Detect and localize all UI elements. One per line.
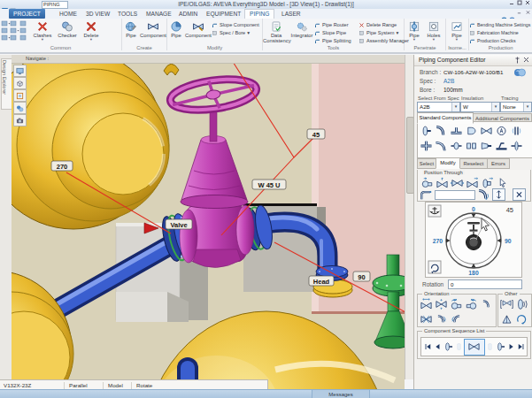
move-updown-icon[interactable] <box>492 188 505 201</box>
pump-rotate-back-icon[interactable] <box>464 296 479 311</box>
pin-icon[interactable] <box>514 57 520 65</box>
slope-pipe-button[interactable]: Slope Pipe <box>314 29 359 36</box>
tab-admin[interactable]: ADMIN <box>174 9 202 19</box>
elbow-rotate-back-icon[interactable] <box>449 311 464 326</box>
checker-button[interactable]: Checker <box>55 19 80 38</box>
production-checks-button[interactable]: Production Checks <box>469 37 531 44</box>
coupling-icon[interactable] <box>464 138 479 153</box>
compass-east[interactable]: 90 <box>505 238 512 244</box>
pipe-splitting-button[interactable]: Pipe Splitting <box>314 37 359 44</box>
slope-component-button[interactable]: Slope Component <box>212 21 261 28</box>
pipe-system-button[interactable]: Pipe System▾ <box>359 29 403 36</box>
tab-equipment[interactable]: EQUIPMENT <box>202 9 245 19</box>
close-button[interactable] <box>523 0 531 8</box>
sequence-valve-selected[interactable] <box>464 339 485 356</box>
tee-icon[interactable] <box>449 123 464 138</box>
inline-flange-icon[interactable] <box>509 138 524 153</box>
cross-icon[interactable] <box>419 138 434 153</box>
delete-range-button[interactable]: Delete Range <box>359 21 403 28</box>
data-consistency-button[interactable]: Data Consistency <box>263 19 289 43</box>
maximize-button[interactable] <box>515 0 523 8</box>
elbow-icon[interactable] <box>434 123 449 138</box>
distance-input[interactable] <box>435 190 475 200</box>
sequence-flange-icon[interactable] <box>495 340 506 354</box>
tab-standard-components[interactable]: Standard Components <box>417 112 474 124</box>
valve-flip-v-icon[interactable] <box>434 296 449 311</box>
ribbon-minimize-icon[interactable] <box>515 10 523 18</box>
holes-button[interactable]: Holes▾ <box>424 19 443 42</box>
bending-machine-settings-button[interactable]: Bending Machine Settings <box>469 21 531 28</box>
previous-component-icon[interactable] <box>433 340 443 354</box>
compass-north[interactable]: 0 <box>472 206 475 212</box>
delete-button[interactable]: Delete▾ <box>80 19 103 42</box>
valve-cross-icon[interactable] <box>419 311 434 326</box>
compass-west[interactable]: 270 <box>433 238 443 244</box>
axes-button[interactable] <box>428 205 441 217</box>
quick-tools-grid-icon[interactable] <box>0 19 30 42</box>
dropdown-arrow-icon[interactable]: ▾ <box>491 103 499 111</box>
spec-bore-button[interactable]: Spec / Bore▾ <box>212 29 261 36</box>
subtab-reselect[interactable]: Reselect <box>459 158 488 169</box>
sequence-pipe-icon[interactable] <box>485 340 495 354</box>
delete-x-icon[interactable] <box>513 188 526 201</box>
valve-icon[interactable] <box>479 123 494 138</box>
compass-widget[interactable]: 45 0 90 180 270 <box>425 202 522 278</box>
clip-box-button[interactable] <box>13 89 27 102</box>
rotate-arrow-icon[interactable] <box>514 311 529 326</box>
tab-laser[interactable]: LASER <box>277 9 305 19</box>
first-component-icon[interactable] <box>423 340 433 354</box>
pipe-corner-icon[interactable] <box>420 189 433 201</box>
valve-flip-h-icon[interactable] <box>419 296 434 311</box>
tab-manage[interactable]: MANAGE <box>142 9 176 19</box>
ribbon-close-icon[interactable] <box>524 10 532 18</box>
link-views-button[interactable] <box>13 102 27 114</box>
panel-header[interactable]: Piping Component Editor <box>414 55 532 66</box>
spec-search-icon[interactable] <box>513 67 526 79</box>
sequence-pipe-icon[interactable] <box>454 340 464 354</box>
flange-icon[interactable] <box>419 123 434 138</box>
sequence-flange-icon[interactable] <box>443 340 454 354</box>
3d-viewport[interactable]: 270 45 W 45 U Valve Head 90 Navigate : <box>12 55 405 392</box>
tab-tools[interactable]: TOOLS <box>113 9 142 19</box>
tracing-dropdown[interactable]: None▾ <box>500 102 532 112</box>
cap-icon[interactable] <box>464 123 479 138</box>
create-component-button[interactable]: Component <box>140 19 166 38</box>
select-from-spec-dropdown[interactable]: A2B▾ <box>417 102 460 112</box>
camera-button[interactable] <box>13 114 27 126</box>
rotate-view-button[interactable] <box>428 261 441 273</box>
subtab-errors[interactable]: Errors <box>487 158 510 169</box>
modify-component-button[interactable]: Component <box>185 19 212 38</box>
3d-scene[interactable]: 270 45 W 45 U Valve Head 90 <box>12 55 405 392</box>
subtab-modify[interactable]: Modify <box>436 157 460 169</box>
bend-icon[interactable] <box>434 138 449 153</box>
integrator-button[interactable]: Integrator <box>289 19 314 38</box>
modify-pipe-button[interactable]: Pipe <box>167 19 185 38</box>
create-pipe-button[interactable]: Pipe <box>122 19 140 38</box>
elbow-small-icon[interactable] <box>479 296 494 311</box>
prism-icon[interactable] <box>499 311 514 326</box>
penetrate-pipe-button[interactable]: Pipe▾ <box>405 19 424 42</box>
reducer-icon[interactable] <box>479 138 494 153</box>
tab-project[interactable]: PROJECT <box>9 9 45 19</box>
assembly-manager-button[interactable]: Assembly Manager <box>359 37 403 44</box>
compass-south[interactable]: 180 <box>468 270 479 276</box>
elbow-arrow-icon[interactable] <box>477 189 490 201</box>
dropdown-arrow-icon[interactable]: ▾ <box>523 103 531 111</box>
trap-icon[interactable] <box>449 138 464 153</box>
gasket-icon[interactable] <box>509 123 524 138</box>
olet-icon[interactable] <box>494 138 509 153</box>
view-mode-button[interactable] <box>13 65 27 77</box>
next-component-icon[interactable] <box>506 340 516 354</box>
flange-side-icon[interactable] <box>514 296 529 311</box>
iso-pipe-button[interactable]: Pipe▾ <box>446 19 467 42</box>
cube-view-button[interactable] <box>13 77 27 89</box>
tab-home[interactable]: HOME <box>55 9 81 19</box>
fabrication-machine-button[interactable]: Fabrication Machine <box>469 29 531 36</box>
rotation-input[interactable]: 0 <box>448 279 522 289</box>
valve-brackets-icon[interactable] <box>499 296 514 311</box>
tab-3d-view[interactable]: 3D VIEW <box>81 9 114 19</box>
elbow-rotate-icon[interactable] <box>434 311 449 326</box>
minimize-button[interactable] <box>507 0 515 8</box>
spec-value[interactable]: A2B <box>443 78 454 84</box>
instrument-icon[interactable] <box>494 123 509 138</box>
